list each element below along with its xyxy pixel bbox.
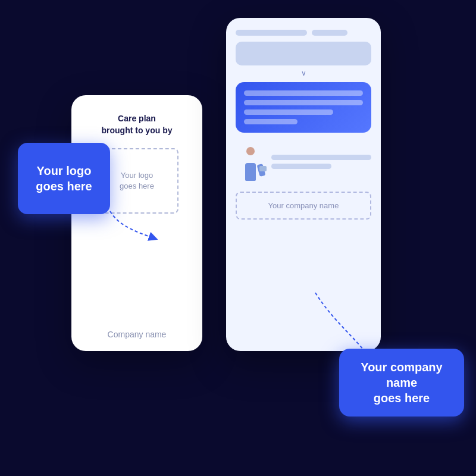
av-bar-1 bbox=[271, 155, 371, 160]
left-phone-header: Care planbrought to you by bbox=[102, 113, 173, 136]
phone-right: ∨ Your company name bbox=[226, 18, 381, 351]
chevron-icon: ∨ bbox=[236, 69, 371, 77]
avatar-section bbox=[236, 140, 371, 183]
tooltip-company-text: Your company namegoes here bbox=[352, 359, 451, 406]
top-bar-row-1 bbox=[236, 30, 371, 36]
company-name-label: Company name bbox=[108, 330, 167, 339]
avatar-body bbox=[245, 163, 256, 181]
blue-bar-3 bbox=[244, 109, 333, 115]
care-plan-label: Care planbrought to you by bbox=[102, 114, 173, 135]
avatar-head bbox=[246, 147, 255, 155]
bar-1 bbox=[236, 30, 307, 36]
scene: Care planbrought to you by Your logogoes… bbox=[0, 0, 476, 476]
tooltip-company: Your company namegoes here bbox=[339, 349, 464, 416]
blue-card bbox=[236, 82, 371, 133]
bar-full-1 bbox=[236, 42, 371, 65]
phone-left: Care planbrought to you by Your logogoes… bbox=[71, 95, 202, 351]
company-name-box: Your company name bbox=[236, 192, 371, 220]
blue-bar-1 bbox=[244, 90, 363, 96]
av-bar-2 bbox=[271, 164, 331, 169]
logo-placeholder-text: Your logogoes here bbox=[120, 170, 154, 192]
avatar-tablet bbox=[259, 166, 267, 171]
avatar-bars bbox=[271, 155, 371, 169]
company-name-placeholder: Your company name bbox=[268, 201, 339, 210]
avatar-figure bbox=[236, 142, 265, 181]
tooltip-logo-text: Your logogoes here bbox=[36, 163, 92, 194]
bar-2 bbox=[312, 30, 347, 36]
blue-bar-2 bbox=[244, 100, 363, 105]
blue-bar-4 bbox=[244, 119, 298, 124]
tooltip-logo: Your logogoes here bbox=[18, 143, 110, 214]
